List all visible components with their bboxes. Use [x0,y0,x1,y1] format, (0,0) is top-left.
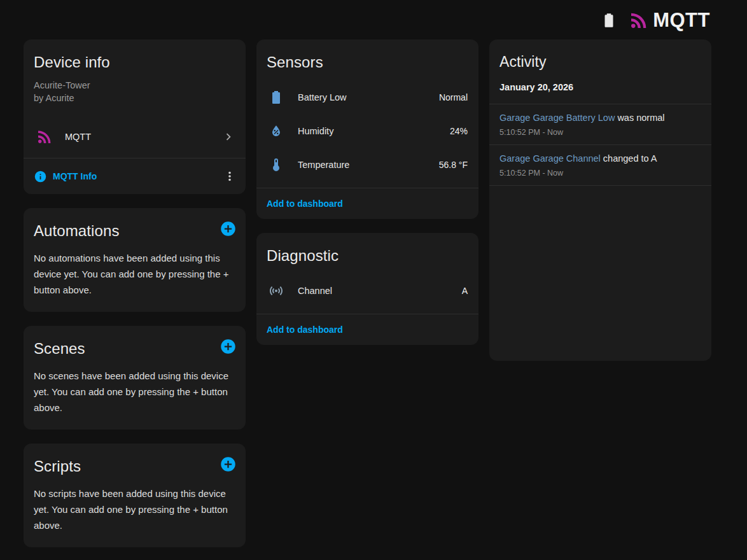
device-info-title: Device info [24,39,246,80]
add-scene-button[interactable] [220,338,237,355]
add-script-button[interactable] [220,456,237,473]
entity-row-humidity[interactable]: Humidity 24% [256,114,478,148]
right-column: Activity January 20, 2026 Garage Garage … [489,39,711,361]
scripts-header: Scripts [24,444,246,484]
add-automation-button[interactable] [220,220,237,237]
logbook-entry-line: Garage Garage Battery Low was normal [499,111,701,124]
entity-row-channel[interactable]: Channel A [256,274,478,307]
device-info-card: Device info Acurite-Tower by Acurite MQT… [24,39,246,194]
scenes-title: Scenes [24,326,95,367]
scripts-card: Scripts No scripts have been added using… [24,444,246,547]
plus-circle-icon [220,456,237,473]
logbook-action: was normal [617,113,664,123]
automations-empty-text: No automations have been added using thi… [24,249,246,312]
middle-column: Sensors Battery Low Normal Humidity 24% [256,39,478,345]
integration-label: MQTT [65,132,91,142]
sensors-footer: Add to dashboard [256,188,478,219]
entity-label: Humidity [298,126,333,136]
humidity-icon [269,123,284,139]
entity-row-battery-low[interactable]: Battery Low Normal [256,80,478,114]
diagnostic-card: Diagnostic Channel A Add to dashboard [256,233,478,345]
mqtt-icon [35,127,54,146]
automations-title: Automations [24,208,130,249]
sensors-rows: Battery Low Normal Humidity 24% Temperat… [256,80,478,188]
logbook-entry[interactable]: Garage Garage Battery Low was normal 5:1… [489,104,711,145]
entity-value: 24% [450,126,468,136]
device-manufacturer: by Acurite [24,90,246,120]
logbook-entity-link[interactable]: Garage Garage Battery Low [499,113,615,123]
automations-card: Automations No automations have been add… [24,208,246,312]
thermometer-icon [269,157,284,172]
entity-label: Channel [298,286,332,296]
plus-circle-icon [220,220,237,237]
logbook-date: January 20, 2026 [489,77,711,104]
logbook-action: changed to A [603,153,657,164]
scenes-card: Scenes No scenes have been added using t… [24,326,246,430]
scenes-empty-text: No scenes have been added using this dev… [24,367,246,430]
mqtt-info-link[interactable]: MQTT Info [34,170,97,183]
entity-value: 56.8 °F [439,160,468,170]
access-point-icon [269,283,284,298]
automations-header: Automations [24,208,246,249]
battery-icon [601,12,617,29]
mqtt-logo-text: MQTT [653,9,710,32]
mqtt-info-label: MQTT Info [53,171,97,181]
scenes-header: Scenes [24,326,246,367]
device-name: Acurite-Tower [24,80,246,90]
mqtt-logo: MQTT [627,9,710,32]
sensors-card: Sensors Battery Low Normal Humidity 24% [256,39,478,219]
left-column: Device info Acurite-Tower by Acurite MQT… [24,39,246,547]
diagnostic-title: Diagnostic [256,233,478,274]
logbook-entry-line: Garage Garage Channel changed to A [499,152,701,165]
entity-value: Normal [439,92,468,102]
logbook-entity-link[interactable]: Garage Garage Channel [499,153,601,164]
logbook-time: 5:10:52 PM - Now [499,128,701,137]
entity-label: Temperature [298,160,349,170]
scripts-title: Scripts [24,444,91,484]
diagnostic-footer: Add to dashboard [256,314,478,345]
logbook-entry[interactable]: Garage Garage Channel changed to A 5:10:… [489,145,711,186]
entity-label: Battery Low [298,92,347,102]
diagnostic-rows: Channel A [256,274,478,314]
battery-icon [269,90,284,105]
device-info-footer: MQTT Info [24,158,246,194]
entity-value: A [462,286,468,296]
activity-card: Activity January 20, 2026 Garage Garage … [489,39,711,361]
scripts-empty-text: No scripts have been added using this de… [24,484,246,547]
device-page: Device info Acurite-Tower by Acurite MQT… [0,35,747,547]
overflow-menu-icon[interactable] [220,167,239,186]
chevron-right-icon [221,130,235,144]
entity-row-temperature[interactable]: Temperature 56.8 °F [256,148,478,181]
integration-row-mqtt[interactable]: MQTT [24,120,246,158]
activity-title: Activity [489,39,711,77]
add-to-dashboard-link[interactable]: Add to dashboard [267,199,468,209]
mqtt-logo-icon [627,9,650,32]
add-to-dashboard-link[interactable]: Add to dashboard [267,325,468,335]
plus-circle-icon [220,338,237,355]
top-bar: MQTT [0,0,747,35]
logbook-time: 5:10:52 PM - Now [499,169,701,178]
info-icon [34,170,47,183]
sensors-title: Sensors [256,39,478,80]
